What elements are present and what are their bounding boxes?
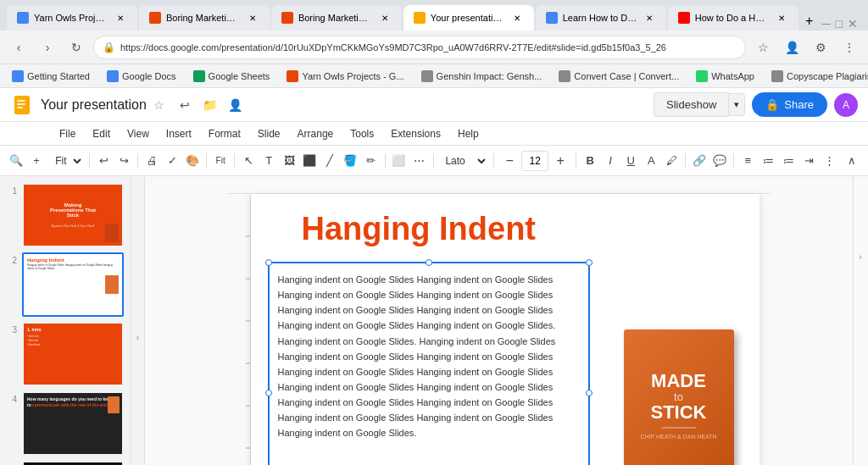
- tab-boring-marketing-2[interactable]: Boring Marketing_How To ... ✕: [271, 5, 402, 30]
- image-btn[interactable]: 🖼: [280, 150, 298, 172]
- text-btn[interactable]: T: [259, 150, 278, 172]
- slide-1-thumb[interactable]: MakingPresentations ThatStick Agustina D…: [22, 183, 124, 247]
- menu-help[interactable]: Help: [449, 125, 487, 143]
- bold-btn[interactable]: B: [581, 150, 599, 172]
- text-color-btn[interactable]: A: [642, 150, 660, 172]
- handle-ml[interactable]: [265, 390, 272, 396]
- font-family-select[interactable]: Lato: [437, 150, 489, 172]
- zoom-out-btn[interactable]: 🔍: [7, 150, 25, 172]
- slide-5-thumb[interactable]: Just one! Your own. With a little help f…: [22, 461, 124, 465]
- indent-btn[interactable]: ⇥: [800, 150, 819, 172]
- redo-btn[interactable]: ↪: [114, 150, 133, 172]
- profile-btn[interactable]: 👤: [780, 36, 804, 59]
- zoom-fit-btn[interactable]: Fit: [211, 150, 230, 172]
- tab-close-btn[interactable]: ✕: [510, 11, 524, 25]
- star-icon[interactable]: ☆: [153, 98, 164, 112]
- print-btn[interactable]: 🖨: [142, 150, 161, 172]
- new-tab-btn[interactable]: +: [800, 12, 819, 30]
- line-btn[interactable]: ╱: [320, 150, 339, 172]
- undo-icon[interactable]: ↩: [175, 95, 195, 115]
- bookmark-whatsapp[interactable]: WhatsApp: [691, 69, 760, 84]
- bookmark-google-docs[interactable]: Google Docs: [102, 69, 181, 84]
- menu-btn[interactable]: ⋮: [837, 36, 861, 59]
- extensions-btn[interactable]: ⚙: [809, 36, 832, 59]
- bullet-list-btn[interactable]: ≔: [759, 150, 777, 172]
- align-left-btn[interactable]: ≡: [738, 150, 757, 172]
- minimize-btn[interactable]: ─: [822, 17, 831, 30]
- menu-extensions[interactable]: Extensions: [382, 125, 449, 143]
- handle-mt[interactable]: [426, 259, 432, 266]
- menu-edit[interactable]: Edit: [84, 125, 119, 143]
- menu-file[interactable]: File: [51, 125, 84, 143]
- spell-check-btn[interactable]: ✓: [163, 150, 181, 172]
- tab-learn-hanging[interactable]: Learn How to Do Hanging ... ✕: [536, 5, 666, 30]
- tab-boring-marketing-1[interactable]: Boring Marketing Internal... ✕: [139, 5, 270, 30]
- more-btn[interactable]: ⋯: [409, 150, 428, 172]
- back-btn[interactable]: ‹: [7, 36, 31, 59]
- color-btn[interactable]: 🪣: [341, 150, 359, 172]
- slide-4-thumb[interactable]: How many languages do you need to know t…: [22, 391, 124, 456]
- panel-collapse-btn[interactable]: ‹: [131, 176, 145, 465]
- bookmark-copyscape[interactable]: Copyscape Plagiarism ...: [766, 69, 868, 84]
- tab-how-to-hanging[interactable]: How to Do a Hanging Inde... ✕: [668, 5, 798, 30]
- undo-btn[interactable]: ↩: [94, 150, 113, 172]
- user-avatar[interactable]: A: [834, 93, 858, 117]
- bookmark-btn[interactable]: ☆: [751, 36, 775, 59]
- comment-btn[interactable]: 💬: [710, 150, 729, 172]
- collapse-arrow-icon: ‹: [136, 333, 139, 342]
- tab-your-presentation[interactable]: Your presentation - Google... ✕: [403, 5, 534, 30]
- cursor-btn[interactable]: ↖: [239, 150, 258, 172]
- share-button[interactable]: 🔒 Share: [752, 92, 827, 117]
- bookmark-genshin[interactable]: Genshin Impact: Gensh...: [416, 69, 548, 84]
- numbered-list-btn[interactable]: ≔: [779, 150, 798, 172]
- slideshow-dropdown-btn[interactable]: ▾: [728, 93, 745, 116]
- paint-format-btn[interactable]: 🎨: [183, 150, 202, 172]
- slideshow-button[interactable]: Slideshow: [654, 92, 728, 117]
- bookmark-convert-case[interactable]: Convert Case | Convert...: [554, 69, 684, 84]
- expand-panel-btn[interactable]: ›: [854, 244, 867, 269]
- align-btn[interactable]: ⬜: [389, 150, 408, 172]
- bookmark-google-sheets[interactable]: Google Sheets: [188, 69, 275, 84]
- font-size-input[interactable]: [521, 151, 548, 171]
- menu-format[interactable]: Format: [200, 125, 249, 143]
- zoom-select[interactable]: Fit: [47, 150, 85, 172]
- collapse-btn[interactable]: ∧: [843, 150, 861, 172]
- menu-tools[interactable]: Tools: [342, 125, 382, 143]
- person-icon[interactable]: 👤: [225, 95, 246, 115]
- handle-tl[interactable]: [265, 259, 272, 266]
- menu-insert[interactable]: Insert: [158, 125, 200, 143]
- reload-btn[interactable]: ↻: [64, 36, 88, 59]
- tab-close-btn[interactable]: ✕: [246, 11, 259, 25]
- slide-3-thumb[interactable]: 1. Intro • Item one • Item two • Item th…: [22, 322, 124, 386]
- handle-tr[interactable]: [586, 259, 593, 266]
- handle-mr[interactable]: [586, 390, 593, 396]
- highlight-btn[interactable]: 🖊: [662, 150, 681, 172]
- address-bar[interactable]: 🔒 https://docs.google.com/presentation/d…: [93, 36, 746, 59]
- shape-btn[interactable]: ⬛: [300, 150, 319, 172]
- font-size-increase-btn[interactable]: +: [549, 150, 571, 172]
- menu-view[interactable]: View: [119, 125, 158, 143]
- slide-2-thumb[interactable]: Hanging Indent Hanging indent on Google …: [22, 252, 124, 317]
- tab-close-btn[interactable]: ✕: [643, 11, 656, 25]
- italic-btn[interactable]: I: [601, 150, 620, 172]
- tab-yarn-owls[interactable]: Yarn Owls Projects - Goo... ✕: [7, 5, 137, 30]
- bookmark-yarn-owls[interactable]: Yarn Owls Projects - G...: [281, 69, 409, 84]
- menu-arrange[interactable]: Arrange: [289, 125, 342, 143]
- folder-icon[interactable]: 📁: [200, 95, 220, 115]
- link-btn[interactable]: 🔗: [690, 150, 709, 172]
- close-btn[interactable]: ✕: [848, 17, 858, 30]
- maximize-btn[interactable]: □: [836, 17, 843, 30]
- pen-btn[interactable]: ✏: [361, 150, 380, 172]
- menu-slide[interactable]: Slide: [249, 125, 289, 143]
- slide-textbox[interactable]: Hanging indent on Google Slides Hanging …: [268, 262, 590, 465]
- tab-close-btn[interactable]: ✕: [378, 11, 392, 25]
- more-options-btn[interactable]: ⋮: [821, 150, 839, 172]
- bookmark-getting-started[interactable]: Getting Started: [7, 69, 95, 84]
- forward-btn[interactable]: ›: [36, 36, 59, 59]
- underline-btn[interactable]: U: [621, 150, 640, 172]
- tab-close-btn[interactable]: ✕: [775, 11, 788, 25]
- font-size-decrease-btn[interactable]: −: [498, 150, 520, 172]
- tab-close-btn[interactable]: ✕: [114, 11, 127, 25]
- slide-canvas[interactable]: Hanging Indent Hanging indent on Google …: [251, 194, 760, 465]
- zoom-in-btn[interactable]: +: [27, 150, 46, 172]
